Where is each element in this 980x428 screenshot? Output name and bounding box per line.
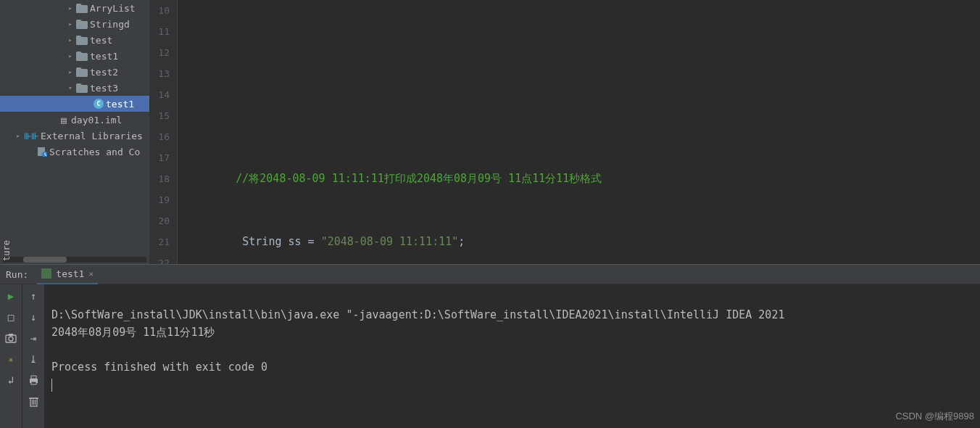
line-number[interactable]: 14 (149, 84, 177, 105)
run-toolbar-right: ↑ ↓ ⇥ ⤓ (22, 284, 44, 428)
tree-item-test2[interactable]: ▸test2 (0, 64, 149, 80)
exit-icon[interactable]: ↲ (4, 373, 18, 387)
side-tab-label[interactable]: ture (0, 237, 13, 264)
folder-icon (76, 51, 88, 61)
scroll-icon[interactable]: ⤓ (26, 352, 41, 366)
print-icon[interactable] (26, 373, 41, 387)
svg-rect-4 (9, 334, 13, 336)
line-number[interactable]: 18 (149, 168, 177, 189)
expand-arrow-icon[interactable]: ▸ (67, 4, 74, 12)
line-number[interactable]: 19 (149, 189, 177, 210)
java-class-icon: C (94, 99, 104, 109)
run-tab[interactable]: test1 ✕ (37, 264, 98, 284)
line-number[interactable]: 20 (149, 210, 177, 231)
rerun-icon[interactable]: ▶ (4, 289, 18, 303)
cursor (51, 379, 52, 392)
console-line: 2048年08月09号 11点11分11秒 (51, 326, 215, 339)
stop-icon[interactable]: □ (4, 310, 18, 324)
console-output[interactable]: D:\SoftWare_install\JDK\install\bin\java… (44, 284, 980, 428)
tree-item-test[interactable]: ▸test (0, 32, 149, 48)
expand-arrow-icon[interactable]: ▸ (67, 52, 74, 59)
bug-icon[interactable]: ✴ (4, 352, 18, 366)
line-number[interactable]: 21 (149, 231, 177, 252)
library-icon: ⊪⊪ (24, 131, 38, 141)
tree-item-label: test1 (106, 99, 134, 110)
scratches-icon (37, 147, 47, 157)
svg-rect-6 (31, 376, 36, 379)
project-tree[interactable]: ▸ArryList▸Stringd▸test▸test1▸test2▾test3… (0, 0, 149, 255)
tree-item-test1[interactable]: ▸test1 (0, 48, 149, 64)
folder-icon (76, 35, 88, 45)
tree-item-label: Stringd (90, 19, 130, 30)
line-number[interactable]: 17 (149, 147, 177, 168)
tree-item-day01-iml[interactable]: ▤day01.iml (0, 112, 149, 128)
line-number[interactable]: 13 (149, 63, 177, 84)
tree-item-test1[interactable]: Ctest1 (0, 96, 149, 112)
watermark: CSDN @编程9898 (895, 408, 974, 425)
code-comment: //将2048-08-09 11:11:11打印成2048年08月09号 11点… (236, 172, 602, 185)
folder-icon (76, 67, 88, 77)
line-number[interactable]: 12 (149, 42, 177, 63)
code-editor[interactable]: //将2048-08-09 11:11:11打印成2048年08月09号 11点… (178, 0, 980, 264)
console-line: D:\SoftWare_install\JDK\install\bin\java… (51, 308, 784, 321)
tree-item-label: test3 (90, 83, 118, 94)
run-header: Run: test1 ✕ (0, 265, 980, 284)
console-line: Process finished with exit code 0 (51, 361, 267, 374)
tab-icon (41, 268, 51, 279)
line-number[interactable]: 10 (149, 0, 177, 21)
line-number[interactable]: 15 (149, 105, 177, 126)
expand-arrow-icon[interactable]: ▸ (14, 132, 22, 139)
tree-item-scratches-and-co[interactable]: Scratches and Co (0, 144, 149, 160)
folder-icon (76, 83, 88, 93)
tree-item-label: Scratches and Co (49, 147, 140, 157)
tree-item-label: ArryList (90, 3, 136, 14)
run-panel: Run: test1 ✕ ▶ □ ✴ ↲ ↑ ↓ ⇥ ⤓ D:\SoftWare… (0, 264, 980, 428)
tree-item-arrylist[interactable]: ▸ArryList (0, 0, 149, 16)
svg-rect-7 (31, 382, 36, 384)
expand-arrow-icon[interactable]: ▸ (67, 20, 74, 28)
folder-icon (76, 19, 88, 29)
down-arrow-icon[interactable]: ↓ (26, 310, 41, 324)
camera-icon[interactable] (4, 331, 18, 345)
tree-item-label: test1 (90, 51, 118, 62)
line-number[interactable]: 11 (149, 21, 177, 42)
svg-point-3 (9, 337, 13, 341)
wrap-icon[interactable]: ⇥ (26, 331, 41, 345)
tree-item-label: test (90, 35, 112, 46)
expand-arrow-icon[interactable]: ▸ (67, 68, 74, 75)
tree-item-stringd[interactable]: ▸Stringd (0, 16, 149, 32)
tree-item-test3[interactable]: ▾test3 (0, 80, 149, 96)
run-label: Run: (6, 269, 28, 280)
up-arrow-icon[interactable]: ↑ (26, 289, 41, 303)
code-text: String ss = (242, 235, 320, 248)
close-icon[interactable]: ✕ (88, 269, 94, 279)
editor-gutter: 10111213141516171819202122 (149, 0, 178, 264)
tree-item-label: day01.iml (71, 115, 122, 125)
code-string: "2048-08-09 11:11:11" (321, 235, 459, 248)
folder-icon (76, 3, 88, 13)
project-sidebar: ▸ArryList▸Stringd▸test▸test1▸test2▾test3… (0, 0, 149, 264)
expand-arrow-icon[interactable]: ▸ (67, 36, 74, 44)
line-number[interactable]: 16 (149, 126, 177, 147)
tree-item-external-libraries[interactable]: ▸⊪⊪External Libraries (0, 128, 149, 144)
run-toolbar-left: ▶ □ ✴ ↲ (0, 284, 22, 428)
run-tab-label: test1 (56, 268, 84, 279)
tree-item-label: test2 (90, 67, 118, 78)
expand-arrow-icon[interactable]: ▾ (67, 84, 74, 91)
iml-icon: ▤ (59, 115, 69, 125)
tree-item-label: External Libraries (41, 131, 143, 141)
sidebar-scrollbar[interactable] (3, 257, 146, 263)
trash-icon[interactable] (26, 394, 41, 408)
